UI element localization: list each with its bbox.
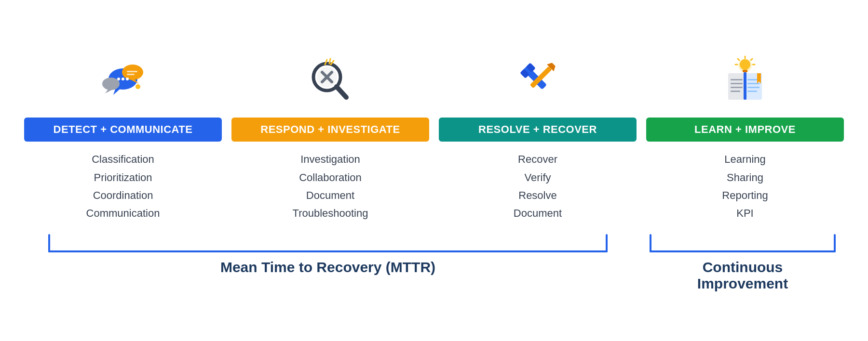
list-item: Sharing [646,169,844,186]
svg-point-4 [102,78,120,90]
svg-point-11 [136,84,140,89]
svg-marker-5 [105,89,113,93]
badge-resolve: RESOLVE + RECOVER [439,118,637,142]
main-container: DETECT + COMMUNICATE Classification Prio… [19,49,849,292]
list-item: Collaboration [231,169,429,186]
svg-rect-26 [728,73,745,100]
list-item: Recover [439,150,637,168]
column-detect: DETECT + COMMUNICATE Classification Prio… [19,49,227,223]
list-item: KPI [646,204,844,222]
list-item: Investigation [231,150,429,168]
chat-bubbles-icon [96,54,149,107]
list-item: Classification [24,150,222,168]
items-learn: Learning Sharing Reporting KPI [646,150,844,223]
svg-point-7 [122,78,124,80]
icon-area-respond [304,49,357,112]
svg-point-39 [740,59,750,70]
icon-area-detect [96,49,149,112]
columns-row: DETECT + COMMUNICATE Classification Prio… [19,49,849,223]
svg-point-8 [126,78,129,80]
list-item: Communication [24,204,222,222]
svg-line-43 [751,59,752,60]
continuous-improvement-label: Continuous Improvement [697,259,788,292]
list-item: Verify [439,169,637,186]
tools-icon [511,54,564,107]
svg-rect-10 [127,74,135,75]
svg-rect-36 [747,91,757,92]
svg-point-6 [117,78,120,80]
book-lightbulb-icon [719,54,772,107]
list-item: Prioritization [24,169,222,186]
svg-line-12 [337,87,346,97]
list-item: Learning [646,150,844,168]
svg-rect-34 [747,83,760,84]
column-learn: LEARN + IMPROVE Learning Sharing Reporti… [641,49,849,223]
svg-line-42 [738,59,739,60]
icon-area-resolve [511,49,564,112]
svg-rect-35 [747,87,760,88]
badge-learn: LEARN + IMPROVE [646,118,844,142]
column-respond: RESPOND + INVESTIGATE Investigation Coll… [227,49,434,223]
list-item: Resolve [439,186,637,204]
svg-line-18 [329,59,330,64]
list-item: Reporting [646,186,844,204]
svg-rect-30 [731,83,743,84]
items-detect: Classification Prioritization Coordinati… [24,150,222,223]
svg-rect-32 [731,91,740,92]
mttr-label: Mean Time to Recovery (MTTR) [220,259,435,275]
list-item: Coordination [24,186,222,204]
items-resolve: Recover Verify Resolve Document [439,150,637,223]
list-item: Document [439,204,637,222]
svg-rect-40 [743,70,747,72]
list-item: Document [231,186,429,204]
badge-respond: RESPOND + INVESTIGATE [231,118,429,142]
column-resolve: RESOLVE + RECOVER Recover Verify Resolve… [434,49,641,223]
badge-detect: DETECT + COMMUNICATE [24,118,222,142]
svg-rect-29 [731,79,743,80]
svg-rect-9 [127,71,137,72]
items-respond: Investigation Collaboration Document Tro… [231,150,429,223]
svg-rect-28 [744,72,746,100]
bottom-row: Mean Time to Recovery (MTTR) Continuous … [19,234,849,292]
list-item: Troubleshooting [231,204,429,222]
magnify-bug-icon [304,54,357,107]
icon-area-learn [719,49,772,112]
svg-rect-31 [731,87,743,88]
